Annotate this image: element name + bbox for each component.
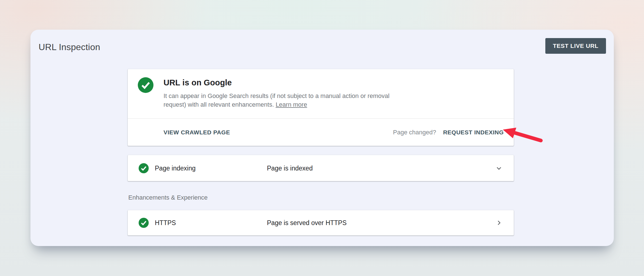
verdict-description-line1: It can appear in Google Search results (…	[164, 92, 389, 100]
verdict-main-section: URL is on Google It can appear in Google…	[128, 69, 514, 118]
learn-more-link[interactable]: Learn more	[276, 101, 307, 108]
verdict-description-line2: request) with all relevant enhancements.…	[164, 100, 389, 109]
page-title: URL Inspection	[39, 42, 100, 52]
test-live-url-button[interactable]: TEST LIVE URL	[545, 38, 606, 54]
enhancements-section-label: Enhancements & Experience	[128, 194, 208, 201]
row-value: Page is indexed	[267, 164, 313, 172]
view-crawled-page-link[interactable]: VIEW CRAWLED PAGE	[164, 129, 230, 136]
row-value: Page is served over HTTPS	[267, 219, 347, 227]
chevron-down-icon[interactable]	[495, 164, 503, 172]
row-label: Page indexing	[155, 164, 196, 172]
verdict-description: It can appear in Google Search results (…	[164, 92, 389, 109]
verdict-actions-row: VIEW CRAWLED PAGE Page changed? REQUEST …	[128, 119, 514, 146]
check-circle-icon	[139, 218, 149, 228]
page-changed-label: Page changed?	[393, 129, 436, 136]
chevron-right-icon[interactable]	[495, 219, 503, 227]
request-indexing-link[interactable]: REQUEST INDEXING	[443, 129, 504, 136]
verdict-title: URL is on Google	[164, 78, 232, 87]
row-label: HTTPS	[155, 219, 176, 227]
verdict-card: URL is on Google It can appear in Google…	[128, 69, 514, 146]
page-indexing-row[interactable]: Page indexing Page is indexed	[128, 155, 514, 181]
https-row[interactable]: HTTPS Page is served over HTTPS	[128, 210, 514, 235]
check-circle-icon	[139, 163, 149, 173]
url-inspection-panel: URL Inspection TEST LIVE URL URL is on G…	[30, 30, 614, 246]
check-circle-icon	[138, 77, 153, 93]
